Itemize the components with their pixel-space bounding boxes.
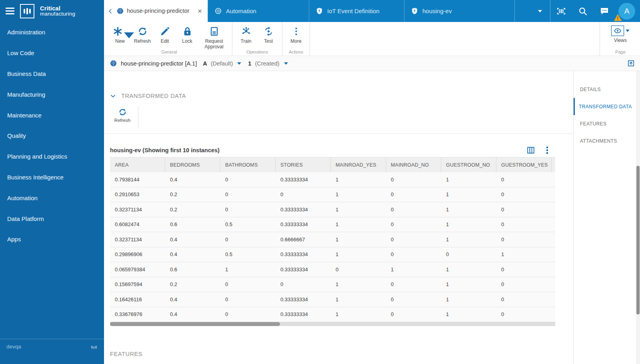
revision-label: (Created): [255, 60, 279, 67]
section-title: TRANSFORMED DATA: [121, 93, 186, 99]
table-cell: 0: [441, 251, 496, 257]
table-cell: 1: [331, 221, 386, 227]
sidebar-item-business-intelligence[interactable]: Business Intelligence: [0, 167, 104, 188]
column-header-guestroom-no[interactable]: GUESTROOM_NO: [441, 157, 496, 172]
column-header-mainroad-no[interactable]: MAINROAD_NO: [386, 157, 441, 172]
messages-icon[interactable]: [600, 6, 609, 16]
table-row[interactable]: 0.336769760.400.333333341010: [110, 307, 555, 322]
table-cell: 0.33333334: [276, 221, 331, 227]
toolbar-button-more[interactable]: More: [285, 26, 307, 44]
column-settings-icon[interactable]: [526, 146, 535, 155]
table-cell: 1: [331, 296, 386, 302]
tab-housing-ev[interactable]: housing-ev: [404, 0, 515, 22]
sidebar-item-data-platform[interactable]: Data Platform: [0, 208, 104, 229]
tab-label: IoT Event Definition: [327, 8, 380, 14]
column-header-mainroad-yes[interactable]: MAINROAD_YES: [331, 157, 386, 172]
toolbar-button-new[interactable]: New: [109, 26, 131, 44]
sidebar-item-label: Business Intelligence: [7, 174, 64, 181]
tab-close-icon[interactable]: ×: [196, 7, 204, 16]
page-section-tab-features[interactable]: FEATURES: [574, 115, 636, 132]
tab-iot-event-definition[interactable]: IoT Event Definition: [309, 0, 404, 22]
column-header-bathrooms[interactable]: BATHROOMS: [220, 157, 276, 172]
table-cell: 1: [441, 221, 496, 227]
table-row[interactable]: 0.323711340.200.333333341010: [110, 202, 555, 217]
sidebar-item-planning-and-logistics[interactable]: Planning and Logistics: [0, 146, 104, 167]
revision-dropdown-icon[interactable]: [284, 62, 288, 65]
sidebar-item-maintenance[interactable]: Maintenance: [0, 105, 104, 125]
ribbon-toolbar: NewRefreshEditLockRequest ApprovalGenera…: [104, 22, 640, 56]
tab-automation[interactable]: Automation: [208, 0, 309, 22]
toolbar-group-label: General: [107, 50, 231, 54]
toolbar-button-test[interactable]: Test: [257, 26, 280, 44]
table-cell: 0.32371134: [110, 237, 165, 243]
version-dropdown-icon[interactable]: [237, 62, 241, 65]
content-area: TRANSFORMED DATA Refresh housing-ev (Sho…: [104, 71, 640, 364]
expand-panel-icon[interactable]: [628, 60, 634, 67]
barcode-scanner-icon[interactable]: [556, 6, 566, 16]
tab-house-princing-predictor[interactable]: house-princing-predictor ×: [104, 0, 208, 22]
sidebar-item-label: Planning and Logistics: [7, 153, 67, 160]
page-section-tab-transformed-data[interactable]: TRANSFORMED DATA: [574, 98, 636, 115]
table-cell: 0.2: [165, 207, 220, 213]
page-section-tab-attachments[interactable]: ATTACHMENTS: [574, 132, 636, 149]
hamburger-menu-icon[interactable]: [6, 6, 14, 16]
table-cell: 0.5: [220, 251, 276, 257]
table-row[interactable]: 0.79381440.400.333333341010: [110, 172, 555, 187]
table-cell: 0: [386, 237, 441, 243]
table-row[interactable]: 0.323711340.400.66666671010: [110, 232, 555, 247]
sidebar-item-manufacturing[interactable]: Manufacturing: [0, 84, 104, 105]
table-row[interactable]: 0.60824740.60.50.333333341010: [110, 217, 555, 233]
tab-overflow-chevron-icon[interactable]: [538, 10, 542, 12]
tab-back-icon[interactable]: [107, 8, 114, 14]
table-row[interactable]: 0.164261160.400.333333341010: [110, 292, 555, 307]
views-button[interactable]: [611, 26, 630, 36]
column-header-area[interactable]: AREA: [110, 157, 165, 172]
chevron-down-icon[interactable]: [110, 93, 116, 99]
table-cell: 0: [386, 207, 441, 213]
table-cell: 1: [331, 191, 386, 197]
sidebar-item-quality[interactable]: Quality: [0, 125, 104, 146]
page-section-tab-details[interactable]: DETAILS: [574, 81, 636, 98]
toolbar-button-lock[interactable]: Lock: [176, 26, 198, 44]
table-cell: 0: [276, 281, 331, 287]
user-avatar[interactable]: A: [618, 3, 635, 20]
sidebar-item-apps[interactable]: Apps: [0, 229, 104, 250]
toolbar-button-train[interactable]: Train: [235, 26, 257, 44]
table-cell: 0: [386, 296, 441, 302]
toolbar-button-label: Test: [264, 38, 273, 44]
table-title-row: housing-ev (Showing first 10 instances): [110, 146, 555, 155]
sidebar-item-administration[interactable]: Administration: [0, 22, 104, 43]
table-menu-icon[interactable]: [546, 146, 549, 155]
table-cell: 0.15697594: [110, 281, 165, 287]
toolbar-separator: [232, 22, 232, 56]
column-header-guestroom-yes[interactable]: GUESTROOM_YES: [496, 157, 552, 172]
vertical-scrollbar-thumb[interactable]: [636, 166, 640, 314]
table-row[interactable]: 0.156975940.2001010: [110, 277, 555, 292]
table-cell: 0: [276, 191, 331, 197]
features-section-header[interactable]: FEATURES: [110, 351, 573, 357]
toolbar-button-label: Request Approval: [201, 38, 227, 50]
toolbar-button-refresh[interactable]: Refresh: [131, 26, 154, 44]
horizontal-scrollbar-thumb[interactable]: [110, 322, 280, 326]
toolbar-button-request-approval[interactable]: Request Approval: [198, 26, 230, 50]
new-icon: [113, 26, 127, 37]
table-cell: 0.33333334: [276, 296, 331, 302]
search-icon[interactable]: [578, 6, 588, 16]
data-table: AREABEDROOMSBATHROOMSSTORIESMAINROAD_YES…: [110, 157, 555, 322]
table-cell: 0.2: [165, 281, 220, 287]
page-group: Views Page: [599, 22, 640, 56]
features-title: FEATURES: [110, 351, 142, 357]
column-header-bedrooms[interactable]: BEDROOMS: [165, 157, 220, 172]
column-header-stories[interactable]: STORIES: [276, 157, 331, 172]
divider: [104, 133, 573, 134]
table-row[interactable]: 0.29106530.2001010: [110, 187, 555, 203]
transformed-data-section-header[interactable]: TRANSFORMED DATA: [110, 93, 573, 99]
sidebar: Critical manufacturing AdministrationLow…: [0, 0, 104, 364]
refresh-table-button[interactable]: Refresh: [110, 106, 135, 129]
sidebar-item-low-code[interactable]: Low Code: [0, 43, 104, 64]
sidebar-item-business-data[interactable]: Business Data: [0, 64, 104, 84]
toolbar-button-edit[interactable]: Edit: [154, 26, 176, 44]
table-row[interactable]: 0.298969060.40.50.333333341001: [110, 247, 555, 263]
table-row[interactable]: 0.0659793840.610.333333340110: [110, 262, 555, 277]
sidebar-item-automation[interactable]: Automation: [0, 187, 104, 208]
